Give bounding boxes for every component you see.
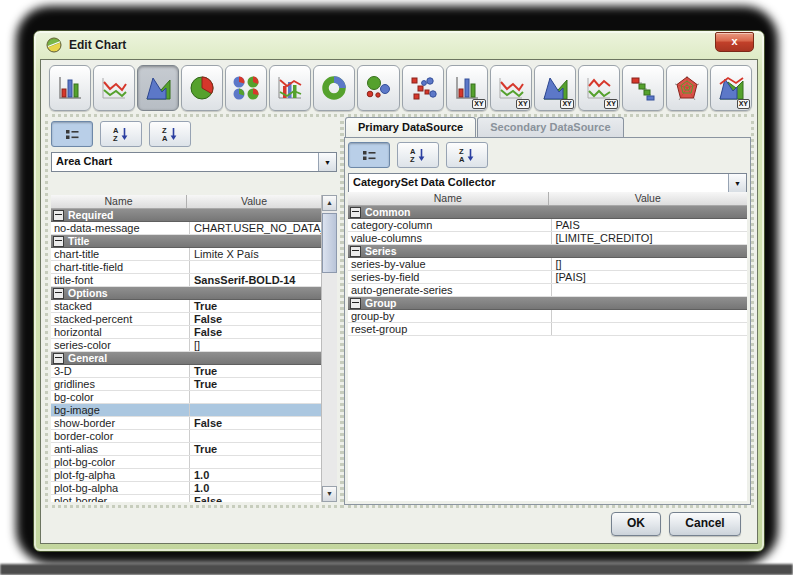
sort-ascending-button[interactable]: AZ: [100, 121, 142, 147]
property-row[interactable]: plot-borderFalse: [51, 495, 321, 502]
section-row[interactable]: Title: [51, 235, 321, 248]
property-row[interactable]: bg-color: [51, 391, 321, 404]
property-row[interactable]: 3-DTrue: [51, 365, 321, 378]
xy-bar-chart-button[interactable]: XY: [446, 65, 488, 111]
property-row[interactable]: stacked-percentFalse: [51, 313, 321, 326]
tab-secondary-datasource[interactable]: Secondary DataSource: [477, 117, 623, 137]
categorized-view-button[interactable]: [51, 121, 93, 147]
property-row[interactable]: show-borderFalse: [51, 417, 321, 430]
property-value[interactable]: False: [189, 326, 321, 338]
property-value[interactable]: [551, 323, 748, 335]
property-value[interactable]: False: [189, 313, 321, 325]
chevron-down-icon[interactable]: ▼: [318, 153, 336, 171]
left-table-scrollbar[interactable]: ▲ ▼: [321, 195, 337, 502]
property-row[interactable]: anti-aliasTrue: [51, 443, 321, 456]
chart-type-combobox[interactable]: Area Chart ▼: [51, 152, 337, 172]
pie-chart-button[interactable]: [181, 65, 223, 111]
property-value[interactable]: [LIMITE_CREDITO]: [551, 232, 748, 244]
property-value[interactable]: SansSerif-BOLD-14: [189, 274, 321, 286]
property-value[interactable]: True: [189, 443, 321, 455]
property-row[interactable]: value-columns[LIMITE_CREDITO]: [348, 232, 747, 245]
property-row[interactable]: plot-bg-color: [51, 456, 321, 469]
area-chart-button[interactable]: [137, 65, 179, 111]
property-row[interactable]: category-columnPAIS: [348, 219, 747, 232]
property-value[interactable]: True: [189, 300, 321, 312]
property-value[interactable]: True: [189, 378, 321, 390]
xy-line-chart-button[interactable]: XY: [490, 65, 532, 111]
property-value[interactable]: [551, 310, 748, 322]
property-value[interactable]: [189, 391, 321, 403]
property-row[interactable]: plot-bg-alpha1.0: [51, 482, 321, 495]
multi-pie-chart-button[interactable]: [225, 65, 267, 111]
cancel-button[interactable]: Cancel: [669, 512, 741, 536]
line-chart-button[interactable]: [93, 65, 135, 111]
property-value[interactable]: [551, 284, 748, 296]
close-button[interactable]: x: [715, 32, 754, 52]
categorized-view-button[interactable]: [348, 142, 390, 168]
property-value[interactable]: [189, 456, 321, 468]
property-value[interactable]: False: [189, 495, 321, 502]
property-row[interactable]: horizontalFalse: [51, 326, 321, 339]
property-row[interactable]: series-color[]: [51, 339, 321, 352]
sort-descending-button[interactable]: ZA: [149, 121, 191, 147]
sort-descending-button[interactable]: ZA: [446, 142, 488, 168]
window-titlebar[interactable]: Edit Chart x: [34, 31, 764, 59]
section-row[interactable]: Group: [348, 297, 747, 310]
bar-line-chart-button[interactable]: [269, 65, 311, 111]
collapse-icon[interactable]: [350, 298, 361, 309]
data-collector-combobox[interactable]: CategorySet Data Collector ▼: [348, 173, 747, 193]
property-row[interactable]: bg-image: [51, 404, 321, 417]
property-value[interactable]: []: [551, 258, 748, 270]
bar-chart-button[interactable]: [49, 65, 91, 111]
property-row[interactable]: auto-generate-series: [348, 284, 747, 297]
collapse-icon[interactable]: [53, 210, 64, 221]
radar-chart-button[interactable]: [666, 65, 708, 111]
scrollbar-up-button[interactable]: ▲: [322, 195, 337, 211]
property-row[interactable]: stackedTrue: [51, 300, 321, 313]
scrollbar-down-button[interactable]: ▼: [322, 486, 337, 502]
collapse-icon[interactable]: [53, 236, 64, 247]
collapse-icon[interactable]: [350, 207, 361, 218]
scrollbar-thumb[interactable]: [322, 213, 337, 273]
property-row[interactable]: series-by-field[PAIS]: [348, 271, 747, 284]
extended-xy-line-chart-button[interactable]: XY: [578, 65, 620, 111]
property-row[interactable]: reset-group: [348, 323, 747, 336]
property-value[interactable]: 1.0: [189, 469, 321, 481]
chevron-down-icon[interactable]: ▼: [728, 174, 746, 192]
property-row[interactable]: series-by-value[]: [348, 258, 747, 271]
section-row[interactable]: Required: [51, 209, 321, 222]
property-row[interactable]: plot-fg-alpha1.0: [51, 469, 321, 482]
property-row[interactable]: group-by: [348, 310, 747, 323]
xy-area-line-chart-button[interactable]: XY: [710, 65, 752, 111]
property-value[interactable]: []: [189, 339, 321, 351]
section-row[interactable]: Series: [348, 245, 747, 258]
xy-area-chart-button[interactable]: XY: [534, 65, 576, 111]
property-value[interactable]: True: [189, 365, 321, 377]
property-row[interactable]: title-fontSansSerif-BOLD-14: [51, 274, 321, 287]
sort-ascending-button[interactable]: AZ: [397, 142, 439, 168]
property-row[interactable]: chart-titleLimite X País: [51, 248, 321, 261]
property-value[interactable]: [189, 430, 321, 442]
section-row[interactable]: General: [51, 352, 321, 365]
property-value[interactable]: CHART.USER_NO_DATA_...: [189, 222, 321, 234]
scrollbar-track[interactable]: [322, 211, 337, 486]
ring-chart-button[interactable]: [313, 65, 355, 111]
scatter-chart-button[interactable]: [402, 65, 444, 111]
property-value[interactable]: [PAIS]: [551, 271, 748, 283]
ok-button[interactable]: OK: [611, 512, 661, 536]
property-value[interactable]: False: [189, 417, 321, 429]
property-value[interactable]: Limite X País: [189, 248, 321, 260]
bubble-chart-button[interactable]: [357, 65, 399, 111]
tab-primary-datasource[interactable]: Primary DataSource: [345, 117, 476, 137]
property-value[interactable]: [189, 404, 321, 416]
property-value[interactable]: 1.0: [189, 482, 321, 494]
collapse-icon[interactable]: [53, 288, 64, 299]
collapse-icon[interactable]: [350, 246, 361, 257]
property-value[interactable]: PAIS: [551, 219, 748, 231]
property-value[interactable]: [189, 261, 321, 273]
section-row[interactable]: Options: [51, 287, 321, 300]
property-row[interactable]: chart-title-field: [51, 261, 321, 274]
property-row[interactable]: gridlinesTrue: [51, 378, 321, 391]
property-row[interactable]: no-data-messageCHART.USER_NO_DATA_...: [51, 222, 321, 235]
waterfall-chart-button[interactable]: [622, 65, 664, 111]
